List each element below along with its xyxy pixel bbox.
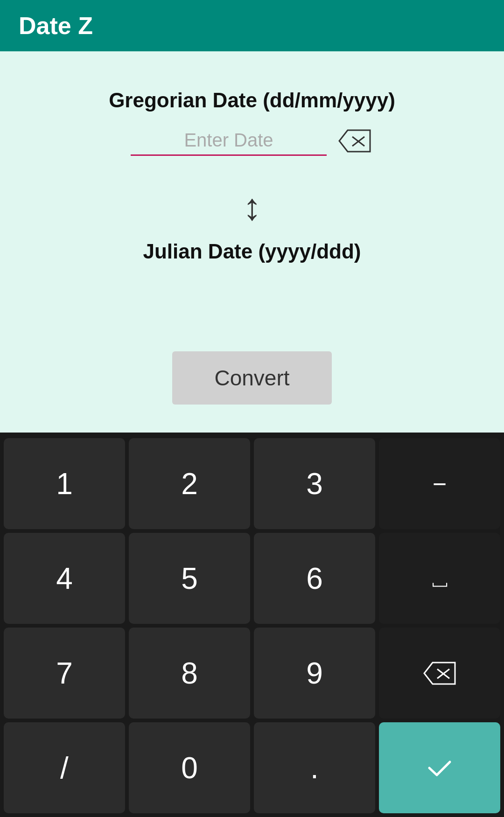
- date-input[interactable]: [131, 126, 327, 156]
- input-row: [131, 126, 373, 156]
- svg-marker-3: [424, 663, 455, 684]
- julian-label: Julian Date (yyyy/ddd): [143, 240, 361, 263]
- keyboard-row-3: 7 8 9: [4, 628, 500, 719]
- keyboard-row-1: 1 2 3 −: [4, 438, 500, 529]
- key-space[interactable]: ⎵: [379, 533, 500, 624]
- key-7[interactable]: 7: [4, 628, 125, 719]
- key-slash[interactable]: /: [4, 722, 125, 813]
- key-confirm[interactable]: [379, 722, 500, 813]
- date-input-wrapper: [131, 126, 327, 156]
- gregorian-label: Gregorian Date (dd/mm/yyyy): [109, 89, 395, 112]
- key-3[interactable]: 3: [254, 438, 375, 529]
- svg-marker-0: [339, 130, 370, 152]
- keyboard: 1 2 3 − 4 5 6 ⎵ 7 8 9 / 0 .: [0, 433, 504, 817]
- key-8[interactable]: 8: [129, 628, 250, 719]
- keyboard-row-4: / 0 .: [4, 722, 500, 813]
- main-content: Gregorian Date (dd/mm/yyyy) ↕ Julian Dat…: [0, 51, 504, 433]
- top-bar: Date Z: [0, 0, 504, 51]
- app-title: Date Z: [19, 12, 93, 40]
- key-4[interactable]: 4: [4, 533, 125, 624]
- key-2[interactable]: 2: [129, 438, 250, 529]
- keyboard-row-2: 4 5 6 ⎵: [4, 533, 500, 624]
- backspace-icon: [338, 129, 371, 153]
- key-dash[interactable]: −: [379, 438, 500, 529]
- swap-arrow-icon: ↕: [243, 189, 261, 226]
- keyboard-backspace-icon: [423, 662, 456, 685]
- key-5[interactable]: 5: [129, 533, 250, 624]
- key-0[interactable]: 0: [129, 722, 250, 813]
- backspace-clear-button[interactable]: [336, 127, 373, 155]
- key-dot[interactable]: .: [254, 722, 375, 813]
- convert-button[interactable]: Convert: [172, 351, 331, 405]
- key-9[interactable]: 9: [254, 628, 375, 719]
- key-backspace[interactable]: [379, 628, 500, 719]
- key-1[interactable]: 1: [4, 438, 125, 529]
- checkmark-icon: [426, 756, 454, 780]
- key-6[interactable]: 6: [254, 533, 375, 624]
